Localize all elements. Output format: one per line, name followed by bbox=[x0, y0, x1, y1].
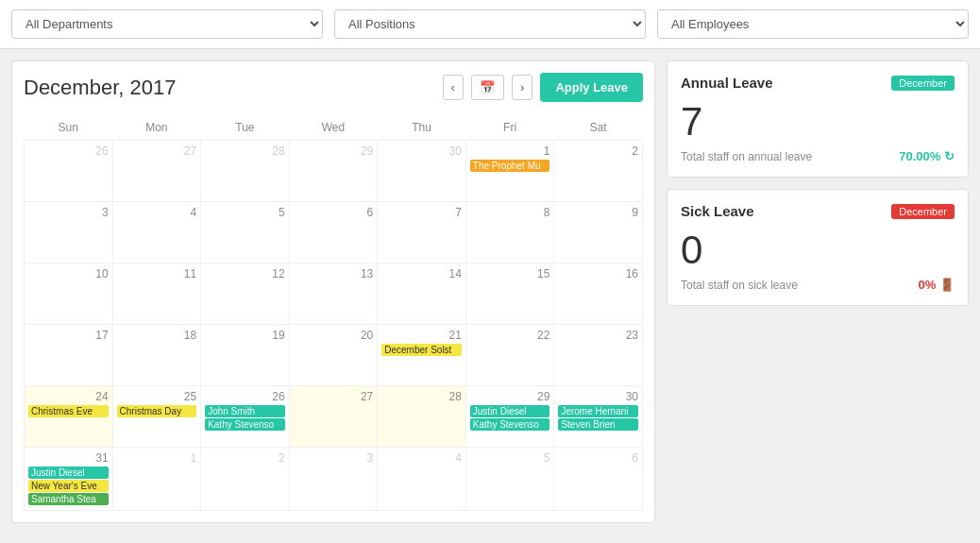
calendar-day[interactable]: 16 bbox=[554, 263, 643, 325]
calendar-day[interactable]: 26 bbox=[25, 141, 113, 202]
day-number: 25 bbox=[117, 390, 197, 403]
calendar-day[interactable]: 5 bbox=[465, 448, 554, 511]
calendar-day[interactable]: 2 bbox=[554, 141, 643, 202]
calendar-day[interactable]: 8 bbox=[465, 202, 554, 263]
event-badge[interactable]: John Smith bbox=[205, 405, 285, 417]
next-month-button[interactable]: › bbox=[512, 75, 532, 100]
event-badge[interactable]: The Prophet Mu bbox=[470, 160, 550, 172]
apply-leave-button[interactable]: Apply Leave bbox=[540, 73, 643, 102]
day-number: 30 bbox=[381, 144, 462, 158]
positions-select[interactable]: All Positions bbox=[334, 9, 646, 39]
day-number: 4 bbox=[117, 206, 197, 219]
event-badge[interactable]: Christmas Day bbox=[117, 405, 197, 417]
event-badge[interactable]: Justin Diesel bbox=[28, 467, 109, 479]
departments-select[interactable]: All Departments bbox=[11, 9, 323, 39]
calendar-week-row: 31Justin DieselNew Year's EveSamantha St… bbox=[25, 448, 643, 511]
day-number: 5 bbox=[205, 206, 285, 219]
calendar-day[interactable]: 12 bbox=[201, 263, 290, 325]
top-bar: All Departments All Positions All Employ… bbox=[0, 0, 980, 49]
calendar-day[interactable]: 20 bbox=[289, 325, 378, 386]
day-number: 31 bbox=[28, 451, 109, 465]
calendar-day[interactable]: 30Jerome HernaniSteven Brien bbox=[554, 386, 643, 448]
calendar-day[interactable]: 13 bbox=[289, 263, 378, 325]
col-fri: Fri bbox=[465, 115, 554, 141]
calendar-day[interactable]: 6 bbox=[554, 448, 643, 511]
day-number: 15 bbox=[470, 267, 550, 280]
calendar-day[interactable]: 27 bbox=[112, 141, 201, 202]
calendar-day[interactable]: 3 bbox=[289, 448, 378, 511]
calendar-week-row: 24Christmas Eve25Christmas Day26John Smi… bbox=[25, 386, 643, 448]
col-sun: Sun bbox=[25, 115, 113, 141]
calendar-day[interactable]: 5 bbox=[201, 202, 290, 263]
event-badge[interactable]: December Solst bbox=[381, 344, 462, 356]
day-number: 6 bbox=[294, 206, 374, 219]
day-number: 28 bbox=[381, 390, 462, 403]
calendar-day[interactable]: 6 bbox=[289, 202, 378, 263]
calendar-day[interactable]: 19 bbox=[201, 325, 290, 386]
event-badge[interactable]: Jerome Hernani bbox=[558, 405, 638, 417]
calendar-day[interactable]: 29 bbox=[289, 141, 378, 202]
sick-leave-pct: 0% 🚪 bbox=[919, 278, 955, 292]
calendar-day[interactable]: 4 bbox=[112, 202, 201, 263]
event-badge[interactable]: Christmas Eve bbox=[28, 405, 109, 417]
calendar-day[interactable]: 24Christmas Eve bbox=[25, 386, 113, 448]
calendar-week-row: 26272829301The Prophet Mu2 bbox=[25, 141, 643, 202]
event-badge[interactable]: Kathy Stevenso bbox=[470, 418, 550, 431]
day-number: 1 bbox=[470, 144, 550, 158]
annual-leave-sub: Total staff on annual leave 70.00% ↻ bbox=[681, 149, 955, 163]
calendar-title: December, 2017 bbox=[24, 76, 435, 100]
calendar-day[interactable]: 30 bbox=[378, 141, 466, 202]
calendar-day[interactable]: 25Christmas Day bbox=[112, 386, 201, 448]
col-wed: Wed bbox=[289, 115, 378, 141]
calendar-day[interactable]: 2 bbox=[201, 448, 290, 511]
event-badge[interactable]: Kathy Stevenso bbox=[205, 418, 285, 431]
sick-leave-card: Sick Leave December 0 Total staff on sic… bbox=[667, 189, 969, 306]
calendar-day[interactable]: 1 bbox=[112, 448, 201, 511]
event-badge[interactable]: New Year's Eve bbox=[28, 480, 109, 492]
calendar-day[interactable]: 26John SmithKathy Stevenso bbox=[201, 386, 290, 448]
day-number: 8 bbox=[470, 206, 550, 219]
calendar-day[interactable]: 9 bbox=[554, 202, 643, 263]
calendar-day[interactable]: 27 bbox=[289, 386, 378, 448]
calendar-day[interactable]: 10 bbox=[25, 263, 113, 325]
calendar-day[interactable]: 14 bbox=[378, 263, 466, 325]
prev-month-button[interactable]: ‹ bbox=[443, 75, 464, 100]
event-badge[interactable]: Justin Diesel bbox=[470, 405, 550, 417]
calendar-day[interactable]: 3 bbox=[25, 202, 113, 263]
day-number: 5 bbox=[470, 451, 550, 465]
calendar-day[interactable]: 4 bbox=[378, 448, 466, 511]
annual-leave-pct: 70.00% ↻ bbox=[899, 149, 955, 163]
calendar-day[interactable]: 22 bbox=[465, 325, 554, 386]
calendar-icon-button[interactable]: 📅 bbox=[471, 75, 504, 100]
day-number: 29 bbox=[294, 144, 374, 158]
calendar-day[interactable]: 21December Solst bbox=[378, 325, 466, 386]
calendar-day[interactable]: 15 bbox=[465, 263, 554, 325]
day-number: 29 bbox=[470, 390, 550, 403]
event-badge[interactable]: Samantha Stea bbox=[28, 493, 109, 505]
calendar-day[interactable]: 7 bbox=[378, 202, 466, 263]
day-number: 10 bbox=[28, 267, 109, 280]
calendar-day[interactable]: 23 bbox=[554, 325, 643, 386]
calendar-day[interactable]: 28 bbox=[201, 141, 290, 202]
employees-select[interactable]: All Employees bbox=[657, 9, 969, 39]
calendar-day[interactable]: 17 bbox=[25, 325, 113, 386]
day-number: 23 bbox=[558, 329, 638, 342]
sick-leave-header: Sick Leave December bbox=[681, 203, 955, 219]
calendar-day[interactable]: 1The Prophet Mu bbox=[465, 141, 554, 202]
calendar-header-row: Sun Mon Tue Wed Thu Fri Sat bbox=[25, 115, 643, 141]
calendar-day[interactable]: 31Justin DieselNew Year's EveSamantha St… bbox=[25, 448, 113, 511]
calendar-day[interactable]: 29Justin DieselKathy Stevenso bbox=[465, 386, 554, 448]
calendar-day[interactable]: 18 bbox=[112, 325, 201, 386]
day-number: 9 bbox=[558, 206, 638, 219]
day-number: 22 bbox=[470, 329, 550, 342]
calendar-week-row: 1718192021December Solst2223 bbox=[25, 325, 643, 386]
annual-leave-badge: December bbox=[891, 76, 955, 91]
calendar-day[interactable]: 28 bbox=[378, 386, 466, 448]
event-badge[interactable]: Steven Brien bbox=[558, 418, 638, 431]
annual-leave-card: Annual Leave December 7 Total staff on a… bbox=[667, 60, 969, 178]
day-number: 19 bbox=[205, 329, 285, 342]
day-number: 26 bbox=[28, 144, 109, 158]
calendar-day[interactable]: 11 bbox=[112, 263, 201, 325]
calendar-week-row: 3456789 bbox=[25, 202, 643, 263]
day-number: 11 bbox=[117, 267, 197, 280]
